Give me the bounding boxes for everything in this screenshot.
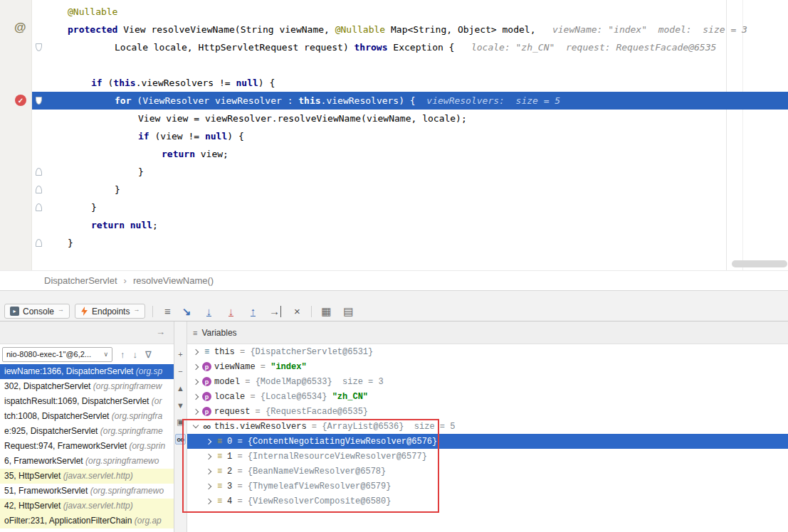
frame-row[interactable]: e:925, DispatcherServlet (org.springfram…	[0, 424, 174, 439]
previous-frame-icon[interactable]: ↑	[120, 349, 125, 360]
fold-marker-icon[interactable]	[36, 239, 42, 247]
variable-row[interactable]: ≡1 = {InternalResourceViewResolver@6577}	[187, 449, 788, 464]
variable-value: {ContentNegotiatingViewResolver@6576}	[248, 437, 437, 447]
frame-package: (org.ap	[135, 516, 162, 526]
expand-chevron-icon[interactable]	[191, 422, 200, 431]
frame-package: (org.springframewo	[85, 456, 159, 466]
fold-markers	[0, 0, 50, 270]
frame-row[interactable]: oFilter:231, ApplicationFilterChain (org…	[0, 514, 174, 528]
code-line[interactable]: }	[0, 163, 788, 181]
code-token: this	[113, 78, 135, 88]
step-out-icon[interactable]: ↑	[246, 306, 260, 317]
filter-frames-icon[interactable]: ∇	[145, 349, 152, 360]
frame-row[interactable]: 51, FrameworkServlet (org.springframewo	[0, 484, 174, 499]
expand-chevron-icon[interactable]	[191, 393, 200, 401]
code-line[interactable]: return view;	[0, 145, 788, 163]
code-line[interactable]: return null;	[0, 216, 788, 234]
step-over-glyph: ↓	[206, 307, 212, 316]
layout-settings-icon[interactable]: ▤	[341, 306, 355, 317]
frame-row[interactable]: 42, HttpServlet (javax.servlet.http)	[0, 499, 174, 514]
pin-icon[interactable]: →	[156, 326, 165, 337]
breadcrumb-item-method[interactable]: resolveViewName()	[133, 275, 214, 286]
variable-row[interactable]: ≡3 = {ThymeleafViewResolver@6579}	[187, 479, 788, 494]
fold-marker-icon[interactable]	[36, 203, 42, 211]
execution-line[interactable]: for (ViewResolver viewResolver : this.vi…	[0, 92, 788, 110]
variable-row[interactable]: plocale = {Locale@6534} "zh_CN"	[187, 389, 788, 404]
expand-chevron-icon[interactable]	[204, 467, 213, 476]
variable-row[interactable]: prequest = {RequestFacade@6535}	[187, 404, 788, 419]
expand-chevron-icon[interactable]	[204, 437, 213, 446]
equals-sign: =	[232, 437, 248, 447]
code-token: }	[68, 238, 73, 248]
move-watch-down-icon[interactable]: ▼	[175, 400, 186, 410]
code-token: @Nullable	[68, 6, 117, 17]
tab-modifier-arrow-icon: →	[133, 304, 140, 314]
code-line[interactable]: }	[0, 198, 788, 216]
code-line[interactable]: if (view != null) {	[0, 127, 788, 145]
show-watches-icon[interactable]: oo	[175, 434, 186, 445]
variable-name: 2	[227, 467, 232, 477]
expand-chevron-icon[interactable]	[191, 363, 200, 371]
expand-chevron-icon[interactable]	[204, 452, 213, 461]
variable-row[interactable]: pviewName = "index"	[187, 359, 788, 374]
mute-breakpoints-icon[interactable]: ×	[290, 306, 304, 317]
code-token: (ViewResolver viewResolver :	[131, 95, 298, 106]
frame-row[interactable]: Request:974, FrameworkServlet (org.sprin	[0, 439, 174, 454]
expand-chevron-icon[interactable]	[204, 482, 213, 491]
variable-row[interactable]: ≡this = {DispatcherServlet@6531}	[187, 344, 788, 359]
code-line[interactable]: }	[0, 234, 788, 252]
force-step-into-icon[interactable]: ↓	[224, 306, 238, 317]
move-watch-up-icon[interactable]: ▲	[175, 383, 186, 393]
code-line[interactable]: Locale locale, HttpServletRequest reques…	[0, 38, 788, 56]
step-over-icon[interactable]: ↓	[201, 306, 216, 317]
variable-row[interactable]: pmodel = {ModelMap@6533} size = 3	[187, 374, 788, 389]
thread-selector[interactable]: nio-8080-exec-1"@6,2... ∨	[2, 347, 112, 362]
code-line[interactable]: }	[0, 181, 788, 198]
fold-marker-icon[interactable]	[36, 97, 42, 105]
expand-chevron-icon[interactable]	[191, 378, 200, 386]
horizontal-scrollbar-thumb[interactable]	[732, 260, 787, 267]
variable-value: {RequestFacade@6535}	[266, 407, 368, 417]
frame-row[interactable]: ispatchResult:1069, DispatcherServlet (o…	[0, 394, 174, 409]
variable-row[interactable]: ≡0 = {ContentNegotiatingViewResolver@657…	[187, 434, 788, 449]
code-line[interactable]: View view = viewResolver.resolveViewName…	[0, 110, 788, 127]
frame-row[interactable]: 302, DispatcherServlet (org.springframew	[0, 379, 174, 394]
frame-package: (org.springframewo	[90, 486, 164, 496]
duplicate-watch-icon[interactable]: ▣	[175, 417, 186, 427]
tab-modifier-arrow-icon: →	[58, 304, 64, 314]
show-execution-point-glyph: ↘	[182, 306, 191, 317]
frame-location: iewName:1366, DispatcherServlet	[4, 366, 136, 376]
breadcrumb-item-class[interactable]: DispatcherServlet	[44, 275, 117, 286]
frame-row[interactable]: 35, HttpServlet (javax.servlet.http)	[0, 469, 174, 484]
code-line[interactable]	[0, 56, 788, 74]
expand-chevron-icon[interactable]	[191, 408, 200, 416]
view-as-grid-icon[interactable]: ▦	[319, 306, 333, 317]
variable-row[interactable]: ≡2 = {BeanNameViewResolver@6578}	[187, 464, 788, 479]
endpoints-tab[interactable]: Endpoints →	[75, 304, 145, 319]
frame-row[interactable]: 6, FrameworkServlet (org.springframewo	[0, 454, 174, 469]
add-watch-icon[interactable]: +	[175, 349, 186, 359]
show-execution-point-icon[interactable]: ↘	[179, 306, 194, 317]
code-editor[interactable]: @Nullableprotected View resolveViewName(…	[0, 0, 788, 270]
equals-sign: =	[240, 377, 256, 387]
variable-row[interactable]: oothis.viewResolvers = {ArrayList@6536} …	[187, 419, 788, 434]
frame-row[interactable]: iewName:1366, DispatcherServlet (org.sp	[0, 364, 174, 379]
run-to-cursor-glyph: →	[269, 306, 281, 317]
frame-row[interactable]: tch:1008, DispatcherServlet (org.springf…	[0, 409, 174, 424]
console-tab[interactable]: ▸ Console →	[4, 304, 70, 319]
variable-name: 3	[227, 482, 232, 491]
expand-chevron-icon[interactable]	[191, 348, 200, 356]
frame-package: (javax.servlet.http)	[63, 471, 133, 481]
fold-marker-icon[interactable]	[36, 186, 42, 193]
restore-layout-icon[interactable]: ≡	[160, 306, 174, 317]
variable-row[interactable]: ≡4 = {ViewResolverComposite@6580}	[187, 494, 788, 509]
code-line[interactable]: if (this.viewResolvers != null) {	[0, 74, 788, 92]
code-line[interactable]: @Nullable	[0, 3, 788, 21]
next-frame-icon[interactable]: ↓	[133, 349, 138, 360]
code-line[interactable]: protected View resolveViewName(String vi…	[0, 21, 788, 38]
fold-marker-icon[interactable]	[36, 168, 42, 176]
expand-chevron-icon[interactable]	[204, 497, 213, 506]
remove-watch-icon[interactable]: −	[175, 366, 186, 376]
fold-marker-icon[interactable]	[36, 43, 42, 51]
run-to-cursor-icon[interactable]: →	[268, 306, 282, 317]
